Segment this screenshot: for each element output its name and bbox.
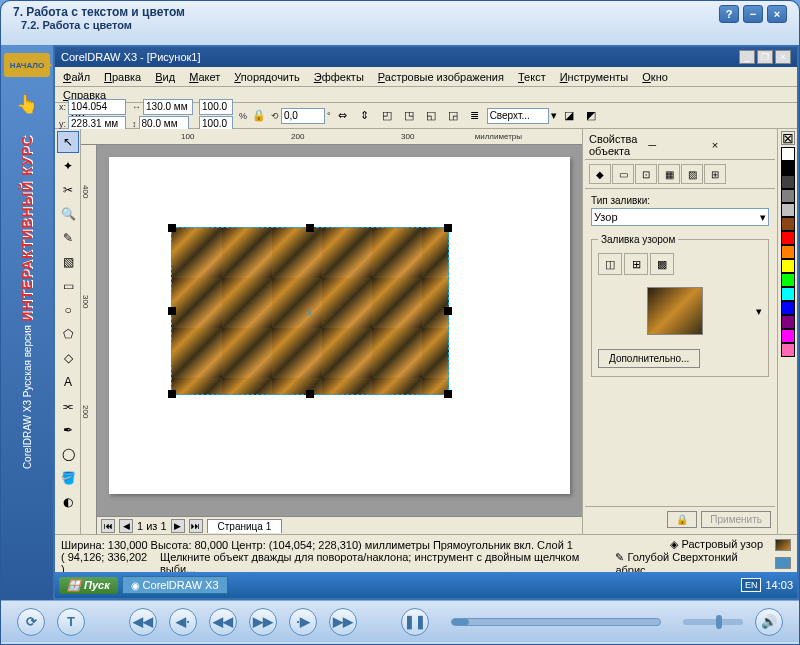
zoom-tool[interactable]: 🔍 [57, 203, 79, 225]
menu-layout[interactable]: Макет [189, 71, 220, 83]
docker-tab-3[interactable]: ⊡ [635, 164, 657, 184]
menu-window[interactable]: Окно [642, 71, 668, 83]
pattern-dropdown-icon[interactable]: ▾ [756, 305, 762, 318]
color-swatch[interactable] [781, 245, 795, 259]
menu-view[interactable]: Вид [155, 71, 175, 83]
color-swatch[interactable] [781, 301, 795, 315]
mirror-h-button[interactable]: ⇔ [333, 106, 353, 126]
menu-edit[interactable]: Правка [104, 71, 141, 83]
pick-tool[interactable]: ↖ [57, 131, 79, 153]
start-chapter-button[interactable]: НАЧАЛО [4, 53, 50, 77]
corner-tr-icon[interactable]: ◳ [399, 106, 419, 126]
handle-bottom-right[interactable] [444, 390, 452, 398]
corner-br-icon[interactable]: ◲ [443, 106, 463, 126]
eyedropper-tool[interactable]: ✒ [57, 419, 79, 441]
color-swatch[interactable] [781, 217, 795, 231]
menu-bitmaps[interactable]: Растровые изображения [378, 71, 504, 83]
repeat-button[interactable]: ⟳ [17, 608, 45, 636]
pattern-bitmap-button[interactable]: ▩ [650, 253, 674, 275]
handle-left[interactable] [168, 307, 176, 315]
polygon-tool[interactable]: ⬠ [57, 323, 79, 345]
shape-tool[interactable]: ✦ [57, 155, 79, 177]
handle-bottom[interactable] [306, 390, 314, 398]
step-back-button[interactable]: ◀◀ [209, 608, 237, 636]
outline-tool[interactable]: ◯ [57, 443, 79, 465]
wrap-text-button[interactable]: ≣ [465, 106, 485, 126]
menu-text[interactable]: Текст [518, 71, 546, 83]
lock-ratio-button[interactable]: 🔒 [249, 106, 269, 126]
no-color-swatch[interactable]: ⊠ [781, 131, 795, 145]
ellipse-tool[interactable]: ○ [57, 299, 79, 321]
minimize-button[interactable]: − [743, 5, 763, 23]
menu-file[interactable]: Файл [63, 71, 90, 83]
handle-right[interactable] [444, 307, 452, 315]
pattern-preview[interactable] [647, 287, 703, 335]
help-button[interactable]: ? [719, 5, 739, 23]
crop-tool[interactable]: ✂ [57, 179, 79, 201]
handle-top[interactable] [306, 224, 314, 232]
rotation-input[interactable]: 0,0 [281, 108, 325, 124]
advanced-button[interactable]: Дополнительно... [598, 349, 700, 368]
text-tool[interactable]: A [57, 371, 79, 393]
to-back-button[interactable]: ◩ [581, 106, 601, 126]
handle-top-right[interactable] [444, 224, 452, 232]
docker-tab-fill[interactable]: ◆ [589, 164, 611, 184]
docker-collapse-button[interactable]: ─ [644, 139, 707, 151]
menu-tools[interactable]: Инструменты [560, 71, 629, 83]
color-swatch[interactable] [781, 259, 795, 273]
next-page-button[interactable]: ▶ [171, 519, 185, 533]
freehand-tool[interactable]: ✎ [57, 227, 79, 249]
color-swatch[interactable] [781, 175, 795, 189]
pattern-fullcolor-button[interactable]: ⊞ [624, 253, 648, 275]
color-swatch[interactable] [781, 315, 795, 329]
scale-x-input[interactable]: 100.0 [199, 99, 233, 115]
step-fwd-button[interactable]: ▶▶ [249, 608, 277, 636]
color-swatch[interactable] [781, 343, 795, 357]
taskbar-app-button[interactable]: ◉ CorelDRAW X3 [122, 576, 228, 594]
x-input[interactable]: 104.054 мм [68, 99, 126, 115]
width-input[interactable]: 130.0 мм [143, 99, 193, 115]
outline-dropdown-icon[interactable]: ▾ [551, 109, 557, 122]
handle-top-left[interactable] [168, 224, 176, 232]
last-page-button[interactable]: ⏭ [189, 519, 203, 533]
color-swatch[interactable] [781, 189, 795, 203]
menu-arrange[interactable]: Упорядочить [234, 71, 299, 83]
progress-bar[interactable] [451, 618, 661, 626]
color-swatch[interactable] [781, 161, 795, 175]
text-mode-button[interactable]: T [57, 608, 85, 636]
app-minimize-button[interactable]: _ [739, 50, 755, 64]
color-swatch[interactable] [781, 287, 795, 301]
page-tab[interactable]: Страница 1 [207, 519, 283, 533]
volume-slider[interactable] [683, 619, 743, 625]
basic-shapes-tool[interactable]: ◇ [57, 347, 79, 369]
rectangle-tool[interactable]: ▭ [57, 275, 79, 297]
corner-tl-icon[interactable]: ◰ [377, 106, 397, 126]
interactive-fill-tool[interactable]: ◐ [57, 491, 79, 513]
close-button[interactable]: × [767, 5, 787, 23]
mirror-v-button[interactable]: ⇕ [355, 106, 375, 126]
to-front-button[interactable]: ◪ [559, 106, 579, 126]
forward-button[interactable]: ·▶ [289, 608, 317, 636]
handle-bottom-left[interactable] [168, 390, 176, 398]
mute-button[interactable]: 🔊 [755, 608, 783, 636]
app-restore-button[interactable]: ❐ [757, 50, 773, 64]
selected-rectangle[interactable]: × [171, 227, 449, 395]
outline-combo[interactable]: Сверхт... [487, 108, 549, 124]
docker-close-button[interactable]: × [708, 139, 771, 151]
pattern-2color-button[interactable]: ◫ [598, 253, 622, 275]
drawing-page[interactable]: × ⏮ ◀ 1 из 1 ▶ ⏭ Страница 1 [97, 145, 582, 534]
color-swatch[interactable] [781, 231, 795, 245]
apply-button[interactable]: Применить [701, 511, 771, 528]
color-swatch[interactable] [781, 273, 795, 287]
lock-button[interactable]: 🔒 [667, 511, 697, 528]
color-swatch[interactable] [781, 329, 795, 343]
blend-tool[interactable]: ⫘ [57, 395, 79, 417]
fill-type-combo[interactable]: Узор ▾ [591, 208, 769, 226]
docker-tab-6[interactable]: ⊞ [704, 164, 726, 184]
pause-button[interactable]: ❚❚ [401, 608, 429, 636]
language-indicator[interactable]: EN [741, 578, 762, 592]
smart-fill-tool[interactable]: ▧ [57, 251, 79, 273]
docker-tab-4[interactable]: ▦ [658, 164, 680, 184]
start-button[interactable]: 🪟 Пуск [59, 577, 118, 594]
corner-bl-icon[interactable]: ◱ [421, 106, 441, 126]
